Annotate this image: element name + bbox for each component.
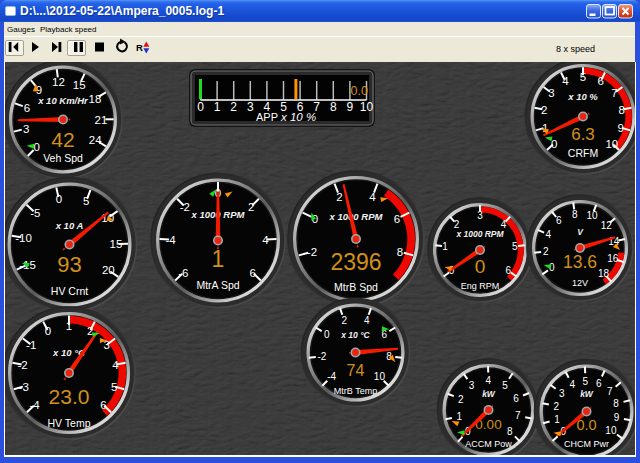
svg-text:kW: kW xyxy=(580,389,594,399)
svg-text:1: 1 xyxy=(214,100,221,114)
svg-text:8: 8 xyxy=(507,426,513,437)
svg-text:3: 3 xyxy=(23,123,29,135)
svg-text:3: 3 xyxy=(469,380,475,391)
svg-text:7: 7 xyxy=(515,410,521,421)
svg-text:2: 2 xyxy=(458,394,464,405)
svg-text:8: 8 xyxy=(613,398,619,409)
svg-text:ACCM Pow: ACCM Pow xyxy=(465,439,512,449)
svg-text:R: R xyxy=(136,42,143,53)
svg-text:0: 0 xyxy=(475,256,486,277)
svg-text:x 10 °C: x 10 °C xyxy=(340,330,370,340)
svg-text:4: 4 xyxy=(369,191,376,203)
svg-text:2: 2 xyxy=(342,315,348,326)
svg-text:24: 24 xyxy=(89,134,102,146)
svg-text:10: 10 xyxy=(587,210,599,221)
svg-text:0: 0 xyxy=(197,100,204,114)
svg-text:2: 2 xyxy=(554,401,560,412)
svg-text:x 10 A: x 10 A xyxy=(55,220,84,231)
svg-text:kW: kW xyxy=(482,389,496,399)
svg-text:CHCM Pwr: CHCM Pwr xyxy=(564,439,609,449)
svg-text:42: 42 xyxy=(51,128,74,151)
svg-text:x 10 %: x 10 % xyxy=(280,111,316,123)
svg-text:CRFM: CRFM xyxy=(568,147,598,159)
svg-text:6.3: 6.3 xyxy=(571,125,595,144)
svg-text:MtrB Temp: MtrB Temp xyxy=(334,386,377,396)
svg-text:6: 6 xyxy=(513,393,519,404)
svg-text:x 1000 RPM: x 1000 RPM xyxy=(455,229,504,239)
svg-text:4: 4 xyxy=(485,375,491,386)
svg-text:x 1000 RPM: x 1000 RPM xyxy=(329,211,384,222)
svg-text:0: 0 xyxy=(33,141,39,153)
svg-text:x 10 Km/Hr: x 10 Km/Hr xyxy=(37,95,89,106)
svg-text:Veh Spd: Veh Spd xyxy=(43,152,83,164)
svg-text:12: 12 xyxy=(52,76,65,88)
svg-text:-1: -1 xyxy=(26,339,36,351)
svg-text:2: 2 xyxy=(543,246,549,257)
svg-text:18: 18 xyxy=(89,93,102,105)
svg-text:6: 6 xyxy=(249,267,255,279)
svg-text:13.6: 13.6 xyxy=(563,252,597,272)
svg-text:4: 4 xyxy=(364,315,370,326)
svg-text:5: 5 xyxy=(502,380,508,391)
svg-text:7: 7 xyxy=(607,386,613,397)
svg-text:6: 6 xyxy=(556,215,562,226)
svg-text:6: 6 xyxy=(24,102,30,114)
svg-text:10: 10 xyxy=(605,425,617,436)
svg-text:8: 8 xyxy=(572,209,578,220)
svg-text:3: 3 xyxy=(548,87,554,99)
svg-text:0.0: 0.0 xyxy=(351,84,368,98)
svg-text:16: 16 xyxy=(607,253,619,264)
svg-text:5: 5 xyxy=(512,241,518,252)
svg-text:1: 1 xyxy=(442,241,448,252)
svg-text:-4: -4 xyxy=(327,371,336,382)
svg-text:6: 6 xyxy=(394,213,400,225)
svg-text:9: 9 xyxy=(614,412,620,423)
svg-text:HV Crnt: HV Crnt xyxy=(51,285,88,297)
svg-text:-10: -10 xyxy=(15,232,32,244)
svg-text:2: 2 xyxy=(454,219,460,230)
svg-text:2396: 2396 xyxy=(330,249,381,275)
svg-text:MtrA Spd: MtrA Spd xyxy=(196,279,239,291)
svg-text:6: 6 xyxy=(596,378,602,389)
svg-text:93: 93 xyxy=(57,252,81,277)
svg-text:4: 4 xyxy=(546,229,552,240)
svg-text:74: 74 xyxy=(347,362,365,379)
svg-text:4: 4 xyxy=(569,379,575,390)
svg-text:8: 8 xyxy=(397,246,403,258)
svg-text:6: 6 xyxy=(100,399,106,411)
svg-text:x 10 %: x 10 % xyxy=(567,91,598,102)
svg-text:3: 3 xyxy=(559,388,565,399)
svg-text:9: 9 xyxy=(347,100,354,114)
svg-text:23.0: 23.0 xyxy=(49,385,90,408)
svg-text:2: 2 xyxy=(230,100,237,114)
svg-text:1: 1 xyxy=(456,411,462,422)
svg-text:3: 3 xyxy=(247,100,254,114)
svg-text:8: 8 xyxy=(330,100,337,114)
svg-text:15: 15 xyxy=(73,79,86,91)
svg-text:HV Temp: HV Temp xyxy=(48,417,91,429)
svg-text:1: 1 xyxy=(554,414,560,425)
svg-text:10: 10 xyxy=(360,100,374,114)
svg-text:0: 0 xyxy=(551,138,557,150)
svg-text:12V: 12V xyxy=(572,278,588,288)
svg-text:10: 10 xyxy=(374,371,386,382)
svg-text:-2: -2 xyxy=(307,246,317,258)
svg-text:5: 5 xyxy=(583,376,589,387)
svg-text:7: 7 xyxy=(611,87,617,99)
svg-text:Eng RPM: Eng RPM xyxy=(461,281,500,291)
svg-text:20: 20 xyxy=(102,264,115,276)
svg-text:MtrB Spd: MtrB Spd xyxy=(334,281,378,293)
svg-text:-2: -2 xyxy=(317,351,326,362)
svg-text:APP: APP xyxy=(256,111,278,123)
svg-text:2: 2 xyxy=(248,201,254,213)
svg-text:1: 1 xyxy=(212,246,225,272)
svg-text:0: 0 xyxy=(324,329,330,340)
svg-text:6: 6 xyxy=(506,265,512,276)
